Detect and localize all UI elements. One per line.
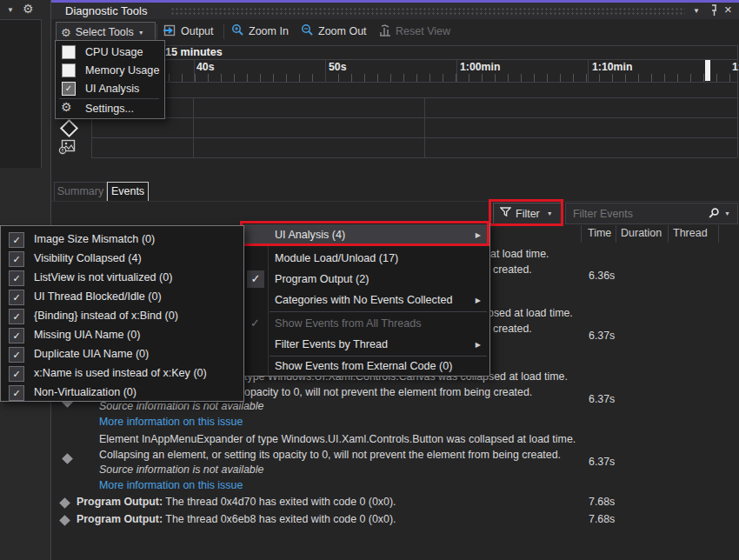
event-row-time: 7.68s bbox=[589, 496, 615, 508]
checkbox-checked-icon[interactable]: ✓ bbox=[9, 347, 24, 363]
checkbox-unchecked-icon[interactable] bbox=[62, 63, 76, 77]
menu-item-label: Categories with No Events Collected bbox=[275, 294, 452, 306]
timeline-range-label: 15 minutes bbox=[165, 46, 223, 58]
column-separator[interactable] bbox=[581, 225, 582, 243]
ruler-tick-label: 50s bbox=[329, 61, 347, 73]
ruler-top-border bbox=[91, 59, 737, 60]
more-information-link[interactable]: More information on this issue bbox=[99, 416, 243, 428]
timeline-playhead[interactable] bbox=[705, 60, 710, 81]
menu-item-cpu-usage[interactable]: CPU Usage bbox=[56, 43, 163, 61]
program-output-prefix: Program Output: bbox=[77, 496, 163, 508]
menu-item-filter-by-thread[interactable]: Filter Events by Thread ▶ bbox=[243, 335, 489, 355]
zoom-in-button[interactable]: Zoom In bbox=[231, 22, 289, 41]
events-track-diamond-icon bbox=[60, 119, 78, 137]
event-row-text: created. bbox=[493, 263, 532, 276]
chevron-down-icon[interactable]: ▼ bbox=[7, 6, 14, 14]
event-row-time: 6.37s bbox=[589, 330, 615, 342]
event-row-text: created. bbox=[493, 323, 532, 335]
check-icon: ✓ bbox=[250, 317, 260, 330]
tab-events[interactable]: Events bbox=[107, 182, 149, 202]
tab-summary[interactable]: Summary bbox=[54, 182, 107, 202]
close-icon[interactable]: × bbox=[724, 2, 732, 17]
menu-item-memory-usage[interactable]: Memory Usage bbox=[56, 62, 163, 79]
checkbox-checked-icon[interactable]: ✓ bbox=[62, 82, 76, 96]
ruler-tick-label: 1:20min bbox=[732, 61, 739, 73]
ruler-tick-label: 40s bbox=[196, 61, 215, 73]
checkbox-checked-icon[interactable]: ✓ bbox=[9, 385, 24, 401]
menu-item-ui-analysis[interactable]: ✓ UI Analysis bbox=[56, 80, 163, 97]
menu-item-label: Show Events from External Code (0) bbox=[275, 360, 452, 372]
select-tools-label: Select Tools bbox=[76, 26, 134, 38]
ruler-tick-label: 1:10min bbox=[592, 61, 632, 73]
submenu-item-xname-instead-xkey[interactable]: ✓ x:Name is used instead of x:Key (0) bbox=[1, 364, 242, 383]
menu-separator bbox=[270, 356, 487, 357]
checkbox-checked-icon[interactable]: ✓ bbox=[9, 328, 24, 343]
checkbox-checked-icon[interactable]: ✓ bbox=[9, 251, 24, 267]
pin-icon[interactable] bbox=[709, 4, 720, 20]
submenu-item-duplicate-uia-name[interactable]: ✓ Duplicate UIA Name (0) bbox=[1, 345, 242, 364]
menu-item-label: Module Load/Unload (17) bbox=[275, 252, 398, 264]
submenu-item-label: ListView is not virtualized (0) bbox=[34, 271, 172, 283]
column-header-duration[interactable]: Duration bbox=[621, 227, 662, 239]
ruler-gridline bbox=[456, 59, 457, 82]
checkbox-checked-icon[interactable]: ✓ bbox=[9, 232, 24, 248]
menu-item-label: Program Output (2) bbox=[275, 273, 370, 285]
reset-view-icon bbox=[379, 24, 391, 39]
column-separator[interactable] bbox=[616, 225, 616, 243]
submenu-item-non-virtualization[interactable]: ✓ Non-Virtualization (0) bbox=[1, 383, 242, 403]
zoom-out-button[interactable]: Zoom Out bbox=[301, 22, 367, 41]
search-icon[interactable] bbox=[708, 207, 720, 222]
gear-icon[interactable]: ⚙ bbox=[23, 2, 34, 16]
output-label: Output bbox=[181, 25, 214, 37]
ui-analysis-annotation-box bbox=[240, 221, 489, 246]
submenu-item-label: Image Size Mismatch (0) bbox=[34, 233, 155, 245]
submenu-item-label: Missing UIA Name (0) bbox=[34, 329, 140, 341]
submenu-item-missing-uia-name[interactable]: ✓ Missing UIA Name (0) bbox=[1, 326, 242, 345]
menu-item-show-external-code[interactable]: Show Events from External Code (0) bbox=[243, 358, 489, 376]
reset-view-button[interactable]: Reset View bbox=[379, 22, 450, 41]
events-panel-top-border bbox=[51, 201, 739, 202]
checkbox-checked-icon[interactable]: ✓ bbox=[9, 309, 24, 324]
track-column-divider bbox=[424, 97, 425, 157]
filter-events-input[interactable] bbox=[571, 205, 696, 222]
titlebar[interactable]: Diagnostic Tools ▼ × bbox=[51, 3, 739, 19]
event-row-text: Program Output: The thread 0x6eb8 has ex… bbox=[77, 513, 396, 525]
submenu-item-listview-not-virtualized[interactable]: ✓ ListView is not virtualized (0) bbox=[1, 269, 242, 288]
drag-grip[interactable] bbox=[170, 7, 685, 17]
checkbox-unchecked-icon[interactable] bbox=[62, 45, 76, 59]
event-row-time: 6.36s bbox=[589, 270, 615, 282]
column-separator[interactable] bbox=[718, 225, 719, 243]
column-header-thread[interactable]: Thread bbox=[673, 227, 708, 239]
search-options-caret-icon[interactable]: ▼ bbox=[724, 210, 730, 217]
menu-item-categories-no-events[interactable]: Categories with No Events Collected ▶ bbox=[243, 290, 489, 310]
ruler-gridline bbox=[588, 59, 589, 82]
submenu-arrow-icon: ▶ bbox=[476, 341, 481, 349]
ruler-tick-label: 1:00min bbox=[460, 61, 500, 73]
menu-item-module-load-unload[interactable]: Module Load/Unload (17) bbox=[243, 249, 489, 269]
submenu-item-visibility-collapsed[interactable]: ✓ Visibility Collapsed (4) bbox=[1, 250, 242, 269]
output-button[interactable]: Output bbox=[163, 22, 214, 41]
track-column-divider bbox=[193, 97, 194, 157]
checkbox-checked-icon[interactable]: ✓ bbox=[9, 366, 24, 382]
checkbox-checked-icon[interactable]: ✓ bbox=[9, 270, 24, 286]
checkbox-checked-icon[interactable]: ✓ bbox=[9, 290, 24, 305]
submenu-item-ui-thread-blocked[interactable]: ✓ UI Thread Blocked/Idle (0) bbox=[1, 288, 242, 307]
event-row-text: opacity to 0, will not prevent the eleme… bbox=[244, 386, 532, 398]
submenu-item-binding-instead-xbind[interactable]: ✓ {Binding} instead of x:Bind (0) bbox=[1, 307, 242, 326]
more-information-link[interactable]: More information on this issue bbox=[99, 479, 243, 491]
window-menu-chevron-icon[interactable]: ▼ bbox=[693, 7, 700, 15]
menu-item-label: CPU Usage bbox=[85, 46, 143, 58]
menu-item-program-output[interactable]: ✓ Program Output (2) bbox=[243, 270, 489, 290]
track-row-border bbox=[91, 97, 737, 98]
menu-item-label: Show Events from All Threads bbox=[275, 317, 421, 330]
column-header-time[interactable]: Time bbox=[588, 227, 611, 239]
ruler-bottom-border bbox=[91, 82, 737, 83]
ruler-minor-ticks[interactable] bbox=[91, 74, 737, 82]
menu-item-settings[interactable]: ⚙ Settings... bbox=[56, 100, 163, 117]
menu-item-show-all-threads[interactable]: ✓ Show Events from All Threads bbox=[243, 314, 489, 334]
reset-view-label: Reset View bbox=[396, 25, 450, 37]
submenu-item-image-size-mismatch[interactable]: ✓ Image Size Mismatch (0) bbox=[1, 230, 242, 250]
column-separator[interactable] bbox=[668, 225, 669, 243]
select-tools-menu: CPU Usage Memory Usage ✓ UI Analysis ⚙ S… bbox=[55, 40, 165, 119]
ruler-gridline bbox=[325, 59, 326, 82]
